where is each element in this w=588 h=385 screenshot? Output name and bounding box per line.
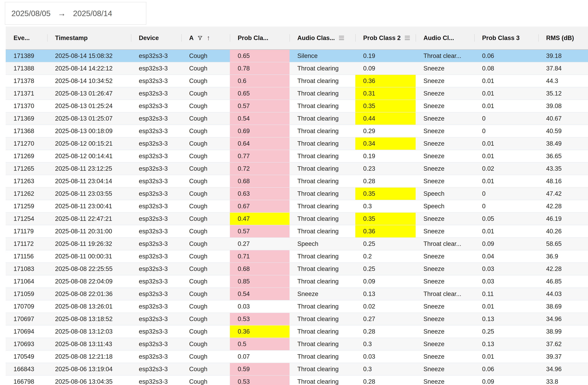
cell-audio-class-1[interactable]: Cough xyxy=(181,350,230,363)
cell-audio-class-2[interactable]: Throat clearing xyxy=(290,376,355,385)
cell-prob-class-3[interactable]: 0 xyxy=(474,113,538,125)
cell-prob-class-1[interactable]: 0.72 xyxy=(230,163,290,175)
table-row[interactable]: 1706932025-08-08 13:11:43esp32s3-3Cough0… xyxy=(6,338,588,350)
cell-prob-class-1[interactable]: 0.68 xyxy=(230,175,290,187)
cell-timestamp[interactable]: 2025-08-13 00:18:09 xyxy=(47,125,131,137)
table-row[interactable]: 1706972025-08-08 13:18:52esp32s3-3Cough0… xyxy=(6,313,588,326)
table-row[interactable]: 1710592025-08-08 22:01:36esp32s3-3Cough0… xyxy=(6,288,588,300)
cell-rms[interactable]: 36.65 xyxy=(538,150,588,162)
cell-event-id[interactable]: 171064 xyxy=(6,275,47,288)
table-row[interactable]: 1668432025-08-06 13:19:04esp32s3-3Cough0… xyxy=(6,363,588,376)
table-row[interactable]: 1713692025-08-13 01:25:07esp32s3-3Cough0… xyxy=(6,113,588,125)
cell-audio-class-2[interactable]: Throat clearing xyxy=(290,137,355,150)
cell-prob-class-3[interactable]: 0.01 xyxy=(474,75,538,87)
cell-prob-class-1[interactable]: 0.65 xyxy=(230,50,290,62)
cell-prob-class-1[interactable]: 0.54 xyxy=(230,288,290,300)
table-row[interactable]: 1706942025-08-08 13:12:03esp32s3-3Cough0… xyxy=(6,326,588,338)
header-cell-rms[interactable]: RMS (dB) xyxy=(538,26,588,49)
table-row[interactable]: 1712702025-08-12 00:15:21esp32s3-3Cough0… xyxy=(6,137,588,150)
cell-timestamp[interactable]: 2025-08-14 14:22:12 xyxy=(47,62,131,75)
cell-timestamp[interactable]: 2025-08-08 22:01:36 xyxy=(47,288,131,300)
cell-prob-class-2[interactable]: 0.13 xyxy=(355,288,416,300)
cell-audio-class-1[interactable]: Cough xyxy=(181,75,230,87)
cell-prob-class-3[interactable]: 0.01 xyxy=(474,175,538,187)
cell-prob-class-1[interactable]: 0.64 xyxy=(230,137,290,150)
cell-prob-class-1[interactable]: 0.57 xyxy=(230,100,290,112)
cell-prob-class-3[interactable]: 0.01 xyxy=(474,137,538,150)
cell-prob-class-2[interactable]: 0.36 xyxy=(355,225,416,237)
cell-rms[interactable]: 34.96 xyxy=(538,363,588,375)
cell-audio-class-3[interactable]: Sneeze xyxy=(416,100,474,112)
cell-audio-class-3[interactable]: Sneeze xyxy=(416,163,474,175)
cell-timestamp[interactable]: 2025-08-14 10:34:52 xyxy=(47,75,131,87)
cell-prob-class-3[interactable]: 0.11 xyxy=(474,288,538,300)
cell-prob-class-2[interactable]: 0.19 xyxy=(355,150,416,162)
cell-prob-class-2[interactable]: 0.28 xyxy=(355,175,416,187)
cell-audio-class-2[interactable]: Throat clearing xyxy=(290,75,355,87)
cell-prob-class-2[interactable]: 0.25 xyxy=(355,238,416,250)
cell-rms[interactable]: 37.62 xyxy=(538,338,588,350)
cell-prob-class-3[interactable]: 0.01 xyxy=(474,100,538,112)
cell-device[interactable]: esp32s3-3 xyxy=(131,200,181,212)
cell-audio-class-2[interactable]: Throat clearing xyxy=(290,213,355,225)
cell-prob-class-3[interactable]: 0.06 xyxy=(474,50,538,62)
cell-timestamp[interactable]: 2025-08-11 23:03:55 xyxy=(47,188,131,200)
cell-timestamp[interactable]: 2025-08-06 13:04:35 xyxy=(47,376,131,385)
cell-audio-class-3[interactable]: Sneeze xyxy=(416,263,474,275)
header-cell-event_id[interactable]: Eve... xyxy=(6,26,47,49)
header-cell-prob_class_2[interactable]: Prob Class 2 xyxy=(355,26,416,49)
cell-event-id[interactable]: 170709 xyxy=(6,300,47,313)
cell-timestamp[interactable]: 2025-08-11 23:00:41 xyxy=(47,200,131,212)
cell-event-id[interactable]: 171378 xyxy=(6,75,47,87)
cell-prob-class-1[interactable]: 0.47 xyxy=(230,213,290,225)
cell-audio-class-3[interactable]: Sneeze xyxy=(416,275,474,288)
header-cell-audio_class_2[interactable]: Audio Clas... xyxy=(290,26,355,49)
cell-audio-class-3[interactable]: Throat clear... xyxy=(416,50,474,62)
cell-device[interactable]: esp32s3-3 xyxy=(131,250,181,263)
cell-event-id[interactable]: 171254 xyxy=(6,213,47,225)
table-row[interactable]: 1711722025-08-11 19:26:32esp32s3-3Cough0… xyxy=(6,238,588,250)
cell-audio-class-3[interactable]: Speech xyxy=(416,200,474,212)
cell-timestamp[interactable]: 2025-08-08 13:11:43 xyxy=(47,338,131,350)
cell-audio-class-3[interactable]: Sneeze xyxy=(416,350,474,363)
cell-device[interactable]: esp32s3-3 xyxy=(131,87,181,100)
cell-audio-class-1[interactable]: Cough xyxy=(181,100,230,112)
cell-device[interactable]: esp32s3-3 xyxy=(131,150,181,162)
cell-audio-class-3[interactable]: Throat clear... xyxy=(416,288,474,300)
cell-audio-class-3[interactable]: Sneeze xyxy=(416,125,474,137)
cell-device[interactable]: esp32s3-3 xyxy=(131,75,181,87)
cell-audio-class-2[interactable]: Throat clearing xyxy=(290,200,355,212)
cell-audio-class-1[interactable]: Cough xyxy=(181,125,230,137)
cell-event-id[interactable]: 171262 xyxy=(6,188,47,200)
table-row[interactable]: 1713892025-08-14 15:08:32esp32s3-3Cough0… xyxy=(6,50,588,62)
cell-audio-class-3[interactable]: Sneeze xyxy=(416,363,474,375)
cell-event-id[interactable]: 166798 xyxy=(6,376,47,385)
cell-device[interactable]: esp32s3-3 xyxy=(131,350,181,363)
cell-prob-class-3[interactable]: 0 xyxy=(474,188,538,200)
cell-prob-class-2[interactable]: 0.29 xyxy=(355,125,416,137)
cell-prob-class-1[interactable]: 0.67 xyxy=(230,200,290,212)
cell-device[interactable]: esp32s3-3 xyxy=(131,275,181,288)
cell-timestamp[interactable]: 2025-08-11 00:00:31 xyxy=(47,250,131,263)
cell-audio-class-2[interactable]: Throat clearing xyxy=(290,363,355,375)
cell-timestamp[interactable]: 2025-08-11 19:26:32 xyxy=(47,238,131,250)
cell-prob-class-2[interactable]: 0.03 xyxy=(355,350,416,363)
cell-event-id[interactable]: 171388 xyxy=(6,62,47,75)
date-range-input[interactable]: 2025/08/05 → 2025/08/14 xyxy=(5,2,146,25)
table-row[interactable]: 1710642025-08-08 22:04:09esp32s3-3Cough0… xyxy=(6,275,588,288)
cell-prob-class-3[interactable]: 0.03 xyxy=(474,275,538,288)
menu-icon[interactable] xyxy=(404,35,410,41)
cell-device[interactable]: esp32s3-3 xyxy=(131,300,181,313)
cell-audio-class-3[interactable]: Sneeze xyxy=(416,113,474,125)
cell-audio-class-3[interactable]: Sneeze xyxy=(416,225,474,237)
cell-audio-class-3[interactable]: Sneeze xyxy=(416,62,474,75)
cell-rms[interactable]: 33.8 xyxy=(538,376,588,385)
cell-device[interactable]: esp32s3-3 xyxy=(131,163,181,175)
cell-rms[interactable]: 47.42 xyxy=(538,188,588,200)
cell-audio-class-3[interactable]: Sneeze xyxy=(416,213,474,225)
cell-prob-class-3[interactable]: 0.04 xyxy=(474,250,538,263)
cell-audio-class-1[interactable]: Cough xyxy=(181,188,230,200)
cell-rms[interactable]: 44.3 xyxy=(538,75,588,87)
cell-prob-class-2[interactable]: 0.2 xyxy=(355,250,416,263)
cell-audio-class-1[interactable]: Cough xyxy=(181,300,230,313)
